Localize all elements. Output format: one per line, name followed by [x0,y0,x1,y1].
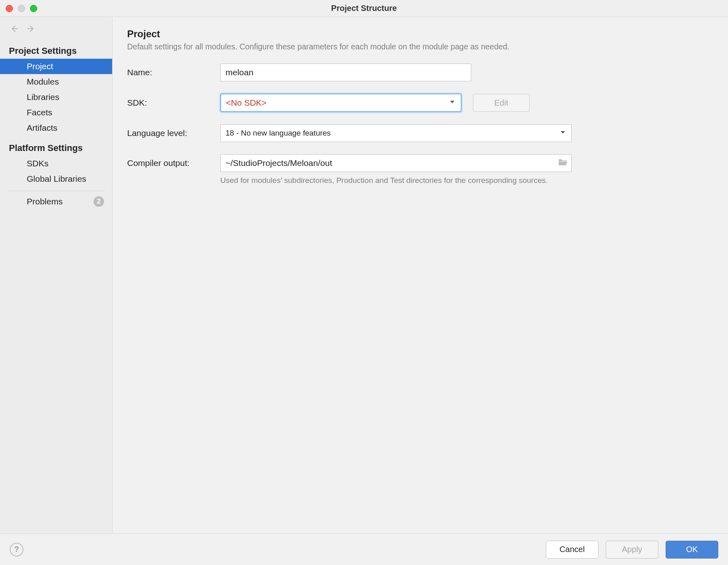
sidebar: Project Settings Project Modules Librari… [0,17,113,533]
main-panel: Project Default settings for all modules… [113,17,728,533]
compiler-output-input[interactable] [220,154,572,172]
help-button[interactable]: ? [10,543,23,557]
dialog-body: Project Settings Project Modules Librari… [0,17,728,533]
titlebar: Project Structure [0,0,728,17]
problems-badge: 2 [94,196,104,207]
sidebar-item-label: Modules [27,77,59,87]
minimize-window-button[interactable] [18,5,25,12]
sidebar-section-platform-settings: Platform Settings [0,136,112,156]
sidebar-section-project-settings: Project Settings [0,38,112,59]
label-language-level: Language level: [127,128,216,138]
folder-open-icon[interactable] [558,158,568,168]
label-name: Name: [127,68,216,77]
ok-button[interactable]: OK [666,541,718,559]
sidebar-item-label: Global Libraries [27,174,86,184]
language-level-selected-value: 18 - No new language features [226,129,331,138]
sidebar-item-label: Artifacts [27,123,57,133]
sidebar-item-artifacts[interactable]: Artifacts [0,120,112,136]
nav-forward-icon[interactable] [27,24,36,35]
nav-history-arrows [0,17,112,38]
nav-back-icon[interactable] [10,24,19,35]
sidebar-item-facets[interactable]: Facets [0,105,112,120]
apply-button[interactable]: Apply [606,541,658,559]
compiler-output-wrapper [220,154,572,172]
sidebar-item-problems[interactable]: Problems 2 [0,193,112,210]
page-subtitle: Default settings for all modules. Config… [127,42,713,51]
row-sdk: SDK: <No SDK> Edit [127,93,713,112]
project-structure-window: Project Structure Project Settings Proje… [0,0,728,565]
sidebar-item-libraries[interactable]: Libraries [0,89,112,105]
sdk-selected-value: <No SDK> [226,98,266,108]
sidebar-item-modules[interactable]: Modules [0,74,112,89]
window-title: Project Structure [0,4,728,13]
window-controls [6,5,37,12]
compiler-output-hint: Used for modules' subdirectories, Produc… [220,176,713,185]
sidebar-item-label: SDKs [27,159,49,168]
chevron-down-icon [559,129,566,138]
row-compiler-output: Compiler output: [127,154,713,172]
edit-sdk-button[interactable]: Edit [473,94,530,112]
sdk-controls: <No SDK> Edit [220,93,530,112]
sidebar-item-label: Facets [27,108,52,117]
sidebar-item-global-libraries[interactable]: Global Libraries [0,171,112,187]
row-name: Name: [127,64,713,81]
row-language-level: Language level: 18 - No new language fea… [127,124,713,142]
page-title: Project [127,28,713,40]
project-name-input[interactable] [220,64,471,81]
language-level-combobox[interactable]: 18 - No new language features [220,124,572,142]
sidebar-item-label: Problems [27,197,63,206]
sidebar-item-project[interactable]: Project [0,59,112,74]
sidebar-item-sdks[interactable]: SDKs [0,156,112,171]
sidebar-item-label: Project [27,62,53,71]
dialog-footer: ? Cancel Apply OK [0,533,728,565]
cancel-button[interactable]: Cancel [546,541,598,559]
chevron-down-icon [449,98,456,108]
label-compiler-output: Compiler output: [127,158,216,168]
zoom-window-button[interactable] [30,5,37,12]
sidebar-item-label: Libraries [27,92,60,102]
close-window-button[interactable] [6,5,13,12]
sidebar-divider [7,191,105,191]
label-sdk: SDK: [127,98,216,108]
sdk-combobox[interactable]: <No SDK> [220,93,462,112]
